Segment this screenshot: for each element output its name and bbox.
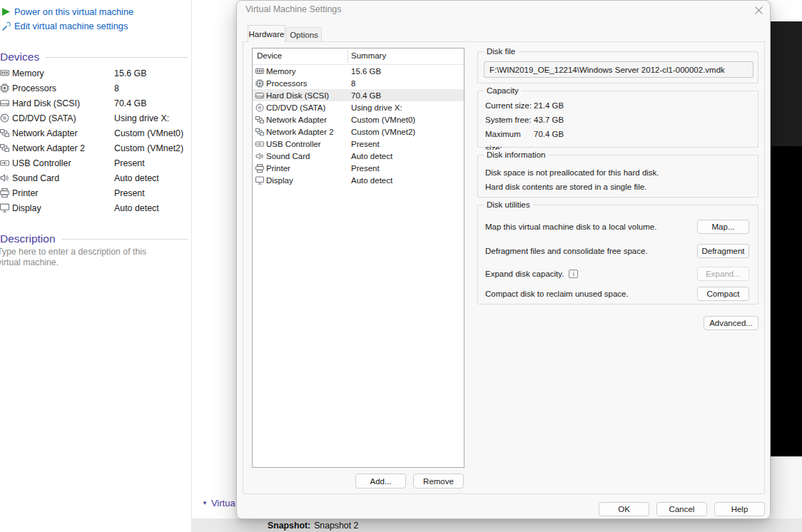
remove-button[interactable]: Remove <box>413 474 464 488</box>
tab-options[interactable]: Options <box>286 27 322 42</box>
utility-row-compact: Compact disk to reclaim unused space.Com… <box>485 287 752 301</box>
table-row-network-adapter-2[interactable]: Network Adapter 2Custom (VMnet2) <box>253 126 464 138</box>
device-summary: Custom (VMnet0) <box>114 128 183 138</box>
table-row-sound-card[interactable]: Sound CardAuto detect <box>253 150 464 162</box>
device-summary: 8 <box>114 83 119 93</box>
table-row-printer[interactable]: PrinterPresent <box>253 162 464 174</box>
ok-button[interactable]: OK <box>599 502 649 516</box>
device-item-cd-dvd-sata[interactable]: CD/DVD (SATA)Using drive X: <box>0 111 188 126</box>
device-name: CD/DVD (SATA) <box>266 103 325 112</box>
device-summary-cell: Present <box>351 164 380 173</box>
hard-disk-icon <box>255 91 264 100</box>
device-name: Display <box>266 176 293 185</box>
display-icon <box>255 176 264 185</box>
device-item-display[interactable]: DisplayAuto detect <box>0 200 188 215</box>
device-name: Network Adapter 2 <box>266 128 334 136</box>
advanced-button[interactable]: Advanced... <box>704 316 758 330</box>
description-header: Description <box>0 232 188 245</box>
right-top-area <box>771 0 802 21</box>
device-name: Memory <box>12 68 44 78</box>
power-on-link[interactable]: Power on this virtual machine <box>1 6 133 17</box>
disk-file-legend: Disk file <box>484 46 518 56</box>
device-summary: 15.6 GB <box>114 68 146 78</box>
device-item-usb-controller[interactable]: USB ControllerPresent <box>0 155 188 170</box>
device-name: Network Adapter 2 <box>12 143 85 153</box>
column-header-device[interactable]: Device <box>257 51 282 60</box>
device-summary: Present <box>114 158 145 168</box>
description-text[interactable]: Type here to enter a description of this… <box>0 247 171 268</box>
device-summary-cell: Custom (VMnet0) <box>351 116 415 124</box>
device-item-sound-card[interactable]: Sound CardAuto detect <box>0 170 188 185</box>
capacity-value: 21.4 GB <box>534 98 564 113</box>
disk-info-line: Disk space is not preallocated for this … <box>485 165 659 180</box>
edit-settings-label: Edit virtual machine settings <box>14 21 128 31</box>
close-icon[interactable] <box>752 4 765 16</box>
capacity-value: 43.7 GB <box>534 113 564 127</box>
play-icon <box>1 7 11 16</box>
device-table-header: Device Summary <box>253 48 464 65</box>
device-item-processors[interactable]: Processors8 <box>0 81 188 96</box>
device-name: Memory <box>266 67 296 76</box>
map-button[interactable]: Map... <box>697 220 749 234</box>
snapshot-status: Snapshot: Snapshot 2 <box>268 521 358 531</box>
column-header-summary[interactable]: Summary <box>351 51 386 60</box>
table-row-usb-controller[interactable]: USB ControllerPresent <box>253 138 464 150</box>
cancel-button[interactable]: Cancel <box>656 502 707 516</box>
vm-screen-black <box>771 146 802 456</box>
utility-row-map: Map this virtual machine disk to a local… <box>485 220 752 234</box>
table-row-network-adapter[interactable]: Network AdapterCustom (VMnet0) <box>253 113 464 126</box>
hard-disk-icon <box>0 98 9 108</box>
edit-settings-link[interactable]: Edit virtual machine settings <box>1 21 128 31</box>
expand-button[interactable]: Expand... <box>697 267 749 281</box>
vm-screen-dark <box>771 21 802 146</box>
device-item-printer[interactable]: PrinterPresent <box>0 185 188 200</box>
table-row-display[interactable]: DisplayAuto detect <box>253 174 464 186</box>
sound-icon <box>0 173 9 183</box>
utility-text: Expand disk capacity. <box>485 270 564 278</box>
device-item-network-adapter[interactable]: Network AdapterCustom (VMnet0) <box>0 126 188 140</box>
chevron-down-icon: ▼ <box>202 500 208 506</box>
utility-text: Map this virtual machine disk to a local… <box>485 222 656 231</box>
background-device-list: Memory15.6 GBProcessors8Hard Disk (SCSI)… <box>0 66 188 215</box>
device-item-hard-disk-scsi[interactable]: Hard Disk (SCSI)70.4 GB <box>0 96 188 111</box>
table-row-processors[interactable]: Processors8 <box>253 77 464 89</box>
table-row-hard-disk-scsi[interactable]: Hard Disk (SCSI)70.4 GB <box>253 89 464 101</box>
device-name: Printer <box>12 188 39 198</box>
device-name: Network Adapter <box>266 116 327 124</box>
device-name-cell: Sound Card <box>253 152 310 160</box>
device-name: CD/DVD (SATA) <box>12 113 76 123</box>
device-summary: 70.4 GB <box>114 98 146 108</box>
tab-hardware[interactable]: Hardware <box>248 25 285 42</box>
device-name-cell: Processors <box>253 79 308 88</box>
device-name: USB Controller <box>266 140 321 148</box>
device-summary: Using drive X: <box>114 113 169 123</box>
help-button[interactable]: Help <box>714 502 765 516</box>
device-summary-cell: 15.6 GB <box>351 67 381 76</box>
usb-icon <box>0 158 9 168</box>
utility-text: Compact disk to reclaim unused space. <box>485 290 629 298</box>
disk-info-line: Hard disk contents are stored in a singl… <box>485 180 659 194</box>
device-table-rows: Memory15.6 GBProcessors8Hard Disk (SCSI)… <box>253 65 464 186</box>
table-row-memory[interactable]: Memory15.6 GB <box>253 65 464 77</box>
sound-icon <box>255 152 264 160</box>
compact-button[interactable]: Compact <box>697 287 749 301</box>
device-item-memory[interactable]: Memory15.6 GB <box>0 66 188 81</box>
disk-utilities-group: Disk utilities Map this virtual machine … <box>477 205 758 305</box>
device-name: Processors <box>266 79 308 88</box>
add-button[interactable]: Add... <box>355 474 406 488</box>
device-summary: Present <box>114 188 145 198</box>
cd-icon <box>255 103 264 112</box>
defragment-button[interactable]: Defragment <box>697 244 749 258</box>
device-name-cell: Network Adapter 2 <box>253 128 334 136</box>
dialog-title: Virtual Machine Settings <box>245 4 342 14</box>
device-item-network-adapter-2[interactable]: Network Adapter 2Custom (VMnet2) <box>0 140 188 155</box>
vm-details-toggle[interactable]: ▼ Virtua <box>202 498 235 508</box>
utility-text: Defragment files and consolidate free sp… <box>485 247 648 255</box>
table-row-cd-dvd-sata[interactable]: CD/DVD (SATA)Using drive X: <box>253 101 464 113</box>
device-summary-cell: Custom (VMnet2) <box>351 128 415 136</box>
device-summary-cell: Using drive X: <box>351 103 402 112</box>
device-name: Sound Card <box>266 152 310 160</box>
network-icon <box>0 128 9 138</box>
info-icon[interactable]: i <box>569 270 578 278</box>
disk-file-path-field[interactable]: F:\WIN2019_OE_12214\Windows Server 2012-… <box>484 61 753 78</box>
